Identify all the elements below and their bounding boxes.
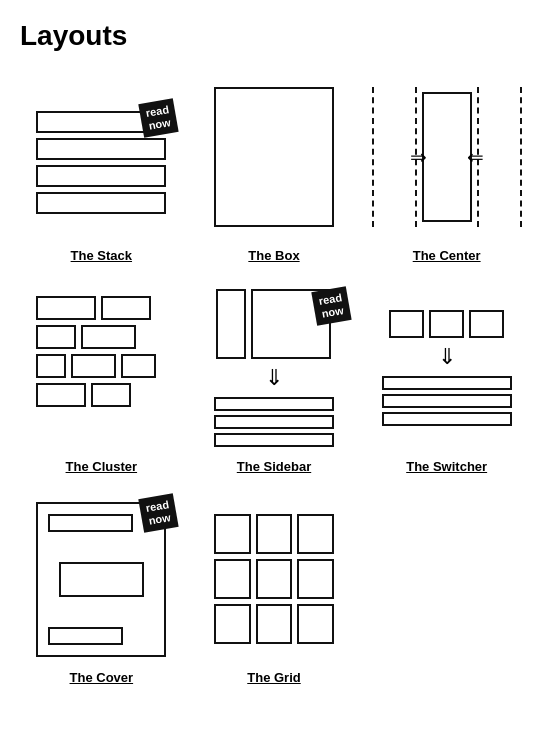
sidebar-bar-2 (214, 415, 334, 429)
grid-cell-1 (214, 514, 251, 554)
cluster-row-2 (36, 325, 166, 349)
layout-item-box: The Box (193, 72, 356, 263)
cluster-box-2 (101, 296, 151, 320)
sidebar-label[interactable]: The Sidebar (237, 459, 311, 474)
switcher-bar-1 (382, 376, 512, 390)
sidebar-diagram-container: readnow ⇓ (194, 283, 354, 453)
cluster-box-6 (71, 354, 116, 378)
cover-top-bar (48, 514, 133, 532)
layout-item-sidebar: readnow ⇓ The Sidebar (193, 283, 356, 474)
layout-item-cluster: The Cluster (20, 283, 183, 474)
center-inner (422, 92, 472, 222)
cover-center-box (59, 562, 144, 597)
grid-cell-2 (256, 514, 293, 554)
sidebar-down-arrow-icon: ⇓ (265, 367, 283, 389)
grid-label[interactable]: The Grid (247, 670, 300, 685)
cluster-diagram-container (21, 283, 181, 453)
layouts-grid: readnow The Stack The Box ⇒ ⇐ The Ce (20, 72, 528, 685)
cover-bottom-bar (48, 627, 122, 645)
cluster-box-1 (36, 296, 96, 320)
cluster-row-3 (36, 354, 166, 378)
cluster-box-9 (91, 383, 131, 407)
switcher-label[interactable]: The Switcher (406, 459, 487, 474)
cluster-label[interactable]: The Cluster (66, 459, 138, 474)
sidebar-diagram: readnow ⇓ (204, 289, 344, 447)
center-arrow-right-icon: ⇐ (467, 145, 484, 169)
grid-diagram (209, 509, 339, 649)
center-diagram: ⇒ ⇐ (372, 87, 522, 227)
read-now-badge-sidebar[interactable]: readnow (311, 286, 352, 326)
grid-cell-7 (214, 604, 251, 644)
stack-bar-3 (36, 165, 166, 187)
layout-item-stack: readnow The Stack (20, 72, 183, 263)
sidebar-narrow-col (216, 289, 246, 359)
layout-item-center: ⇒ ⇐ The Center (365, 72, 528, 263)
switcher-top-row (389, 310, 504, 338)
cluster-box-4 (81, 325, 136, 349)
grid-cell-9 (297, 604, 334, 644)
cover-diagram-container: readnow (21, 494, 181, 664)
center-diagram-container: ⇒ ⇐ (367, 72, 527, 242)
switcher-box-1 (389, 310, 424, 338)
cluster-row-4 (36, 383, 166, 407)
cluster-box-5 (36, 354, 66, 378)
grid-diagram-container (194, 494, 354, 664)
cover-diagram: readnow (36, 502, 166, 657)
stack-label[interactable]: The Stack (71, 248, 132, 263)
stack-bar-4 (36, 192, 166, 214)
layout-item-grid: The Grid (193, 494, 356, 685)
switcher-bars (382, 376, 512, 426)
center-label[interactable]: The Center (413, 248, 481, 263)
grid-cell-4 (214, 559, 251, 599)
center-arrow-left-icon: ⇒ (410, 145, 427, 169)
grid-cell-8 (256, 604, 293, 644)
page-title: Layouts (20, 20, 528, 52)
stack-diagram: readnow (36, 101, 166, 214)
switcher-diagram: ⇓ (374, 310, 519, 426)
cluster-box-3 (36, 325, 76, 349)
layout-item-cover: readnow The Cover (20, 494, 183, 685)
cluster-box-7 (121, 354, 156, 378)
box-diagram (214, 87, 334, 227)
switcher-diagram-container: ⇓ (367, 283, 527, 453)
switcher-box-2 (429, 310, 464, 338)
sidebar-bar-1 (214, 397, 334, 411)
read-now-badge-stack[interactable]: readnow (138, 98, 179, 138)
cluster-diagram (31, 291, 171, 446)
grid-cell-6 (297, 559, 334, 599)
cluster-row-1 (36, 296, 166, 320)
stack-bar-2 (36, 138, 166, 160)
switcher-box-3 (469, 310, 504, 338)
box-diagram-container (194, 72, 354, 242)
cover-label[interactable]: The Cover (70, 670, 134, 685)
read-now-badge-cover[interactable]: readnow (138, 493, 179, 533)
switcher-bar-3 (382, 412, 512, 426)
sidebar-bar-3 (214, 433, 334, 447)
grid-cell-3 (297, 514, 334, 554)
sidebar-bars (214, 397, 334, 447)
box-label[interactable]: The Box (248, 248, 299, 263)
switcher-down-arrow-icon: ⇓ (438, 344, 456, 370)
stack-diagram-container: readnow (21, 72, 181, 242)
grid-cell-5 (256, 559, 293, 599)
cluster-box-8 (36, 383, 86, 407)
layout-item-switcher: ⇓ The Switcher (365, 283, 528, 474)
switcher-bar-2 (382, 394, 512, 408)
